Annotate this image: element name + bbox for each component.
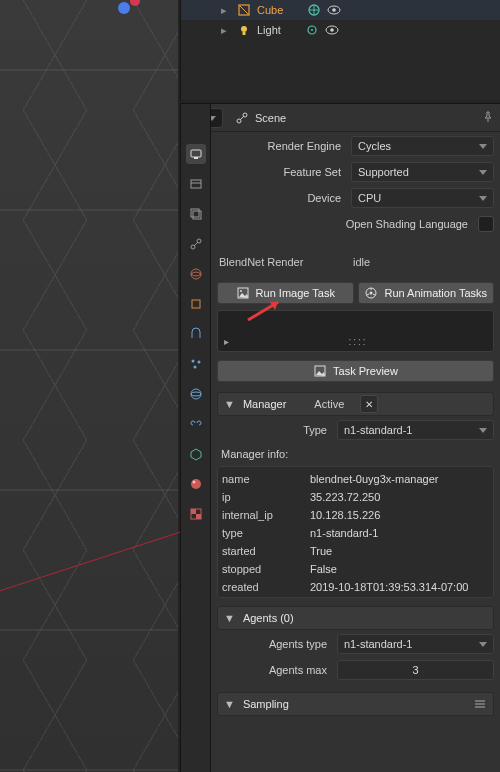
- scene-icon: [235, 111, 249, 125]
- svg-point-45: [370, 292, 373, 295]
- pin-icon[interactable]: [482, 111, 498, 125]
- svg-rect-15: [191, 180, 201, 188]
- eye-icon[interactable]: [325, 23, 339, 37]
- lightdata-icon: [305, 23, 319, 37]
- options-icon[interactable]: [473, 697, 487, 711]
- svg-marker-38: [211, 116, 216, 121]
- osl-checkbox[interactable]: [478, 216, 494, 232]
- image-icon: [236, 286, 250, 300]
- tab-world[interactable]: [186, 264, 206, 284]
- render-engine-label: Render Engine: [217, 140, 345, 152]
- agents-header-text: Agents (0): [243, 612, 294, 624]
- agents-subpanel-header[interactable]: ▼ Agents (0): [217, 606, 494, 630]
- svg-line-48: [367, 294, 369, 295]
- svg-point-22: [191, 269, 201, 279]
- svg-point-27: [191, 389, 201, 399]
- feature-set-select[interactable]: Supported: [351, 162, 494, 182]
- manager-type-select[interactable]: n1-standard-1: [337, 420, 494, 440]
- gizmo-x-dot: [130, 0, 140, 6]
- svg-rect-23: [192, 300, 200, 308]
- tab-material[interactable]: [186, 474, 206, 494]
- manager-close-button[interactable]: ✕: [360, 395, 378, 413]
- run-animation-tasks-button[interactable]: Run Animation Tasks: [358, 282, 495, 304]
- kv-key: ip: [222, 491, 304, 503]
- agents-type-select[interactable]: n1-standard-1: [337, 634, 494, 654]
- svg-line-21: [194, 242, 198, 246]
- device-select[interactable]: CPU: [351, 188, 494, 208]
- properties-editor: Scene Render Engine Cycles Feature Set S…: [180, 103, 500, 772]
- tab-constraints[interactable]: [186, 414, 206, 434]
- kv-val: False: [310, 563, 489, 575]
- render-engine-select[interactable]: Cycles: [351, 136, 494, 156]
- chevron-down-icon: ▼: [224, 698, 235, 710]
- svg-line-47: [373, 294, 375, 295]
- properties-panel-body: Scene Render Engine Cycles Feature Set S…: [211, 104, 500, 772]
- tab-object[interactable]: [186, 294, 206, 314]
- svg-rect-34: [196, 514, 201, 519]
- kv-val: 2019-10-18T01:39:53.314-07:00: [310, 581, 489, 593]
- tab-render[interactable]: [186, 144, 206, 164]
- svg-line-1: [239, 5, 249, 15]
- kv-key: started: [222, 545, 304, 557]
- kv-key: stopped: [222, 563, 304, 575]
- outliner-panel: ▸ Cube ▸ Light: [180, 0, 500, 100]
- outliner-item-label: Light: [257, 24, 281, 36]
- tab-particles[interactable]: [186, 354, 206, 374]
- mesh-icon: [237, 3, 251, 17]
- disclosure-triangle-icon: ▸: [221, 4, 231, 17]
- data-icon: [307, 3, 321, 17]
- tab-modifiers[interactable]: [186, 324, 206, 344]
- blendnet-title: BlendNet Render: [217, 256, 345, 268]
- sampling-header-text: Sampling: [243, 698, 289, 710]
- kv-val: 35.223.72.250: [310, 491, 489, 503]
- tab-data[interactable]: [186, 444, 206, 464]
- gizmo-z-dot: [118, 2, 130, 14]
- kv-key: name: [222, 473, 304, 485]
- animation-icon: [364, 286, 378, 300]
- task-preview-button[interactable]: Task Preview: [217, 360, 494, 382]
- image-icon: [313, 364, 327, 378]
- context-scene-label: Scene: [255, 112, 286, 124]
- editor-type-dropdown[interactable]: [211, 108, 223, 128]
- chevron-down-icon: ▼: [224, 612, 235, 624]
- svg-point-43: [240, 290, 242, 292]
- nav-gizmo[interactable]: [118, 2, 130, 14]
- kv-val: True: [310, 545, 489, 557]
- outliner-item-cube[interactable]: ▸ Cube: [181, 0, 500, 20]
- agents-max-input[interactable]: 3: [337, 660, 494, 680]
- svg-point-24: [191, 360, 194, 363]
- agents-type-label: Agents type: [217, 638, 331, 650]
- kv-val: 10.128.15.226: [310, 509, 489, 521]
- manager-subpanel-header[interactable]: ▼ Manager Active ✕: [217, 392, 494, 416]
- outliner-item-light[interactable]: ▸ Light: [181, 20, 500, 40]
- sampling-subpanel-header[interactable]: ▼ Sampling: [217, 692, 494, 716]
- task-preview-area[interactable]: ▸ ::::: [217, 310, 494, 352]
- tab-viewlayer[interactable]: [186, 204, 206, 224]
- svg-point-28: [191, 392, 201, 396]
- svg-point-7: [241, 26, 247, 32]
- preview-expand-icon[interactable]: ▸: [224, 336, 229, 347]
- svg-point-25: [197, 361, 200, 364]
- svg-point-12: [330, 28, 334, 32]
- kv-val: blendnet-0uyg3x-manager: [310, 473, 489, 485]
- svg-rect-33: [191, 509, 196, 514]
- kv-key: created: [222, 581, 304, 593]
- svg-rect-17: [191, 209, 199, 217]
- viewport-3d[interactable]: [0, 0, 178, 772]
- tab-physics[interactable]: [186, 384, 206, 404]
- device-label: Device: [217, 192, 345, 204]
- tab-scene[interactable]: [186, 234, 206, 254]
- manager-status-text: Active: [314, 398, 344, 410]
- svg-point-26: [193, 366, 196, 369]
- properties-tab-column: [181, 104, 211, 772]
- run-image-task-button[interactable]: Run Image Task: [217, 282, 354, 304]
- kv-key: internal_ip: [222, 509, 304, 521]
- eye-icon[interactable]: [327, 3, 341, 17]
- agents-max-label: Agents max: [217, 664, 331, 676]
- manager-info-table: nameblendnet-0uyg3x-manager ip35.223.72.…: [217, 466, 494, 598]
- svg-rect-14: [194, 157, 198, 159]
- tab-output[interactable]: [186, 174, 206, 194]
- svg-point-30: [191, 479, 201, 489]
- tab-texture[interactable]: [186, 504, 206, 524]
- blendnet-status: idle: [351, 256, 494, 268]
